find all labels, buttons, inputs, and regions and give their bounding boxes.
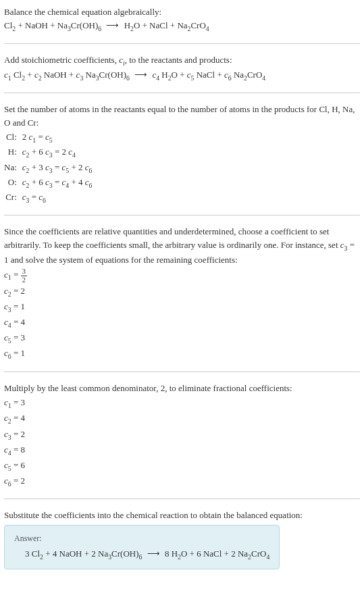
underdetermined-section: Since the coefficients are relative quan… xyxy=(4,225,360,361)
intro-section: Balance the chemical equation algebraica… xyxy=(4,5,360,34)
divider xyxy=(4,43,360,44)
coef-item: c1 = 3 xyxy=(4,396,360,411)
coef-item: c5 = 6 xyxy=(4,459,360,473)
equation-with-coefs: c1 Cl2 + c2 NaOH + c3 Na3Cr(OH)6 ⟶ c4 H2… xyxy=(4,68,360,83)
atom-equation: c2 + 6 c3 = c4 + 4 c6 xyxy=(22,176,97,190)
element-label: Cl: xyxy=(4,130,22,145)
coef-item: c3 = 2 xyxy=(4,428,360,442)
answer-box: Answer: 3 Cl2 + 4 NaOH + 2 Na3Cr(OH)6 ⟶ … xyxy=(4,525,280,569)
divider xyxy=(4,372,360,372)
coef-item: c3 = 1 xyxy=(4,300,360,315)
atoms-table: Cl: 2 c1 = c5 H: c2 + 6 c3 = 2 c4 Na: c2… xyxy=(4,130,96,205)
table-row: H: c2 + 6 c3 = 2 c4 xyxy=(4,145,96,160)
balanced-equation: 3 Cl2 + 4 NaOH + 2 Na3Cr(OH)6 ⟶ 8 H2O + … xyxy=(14,547,269,562)
coef-item: c6 = 2 xyxy=(4,474,360,489)
atom-equation: c2 + 3 c3 = c5 + 2 c6 xyxy=(22,161,97,176)
coef-item: c5 = 3 xyxy=(4,331,360,346)
divider xyxy=(4,215,360,215)
answer-label: Answer: xyxy=(14,532,269,544)
element-label: Na: xyxy=(4,161,22,176)
solution1-list: c1 = 32 c2 = 2 c3 = 1 c4 = 4 c5 = 3 c6 =… xyxy=(4,267,360,361)
element-label: Cr: xyxy=(4,190,22,205)
underdetermined-text: Since the coefficients are relative quan… xyxy=(4,225,360,266)
atoms-intro: Set the number of atoms in the reactants… xyxy=(4,103,360,129)
lcd-text: Multiply by the least common denominator… xyxy=(4,382,360,395)
intro-text: Balance the chemical equation algebraica… xyxy=(4,5,360,19)
substitute-section: Substitute the coefficients into the che… xyxy=(4,509,360,569)
divider xyxy=(4,498,360,499)
substitute-text: Substitute the coefficients into the che… xyxy=(4,509,360,522)
coef-item: c2 = 2 xyxy=(4,284,360,299)
atom-equation: c3 = c6 xyxy=(22,190,97,205)
stoich-intro: Add stoichiometric coefficients, ci, to … xyxy=(4,53,360,68)
coef-item: c6 = 1 xyxy=(4,347,360,361)
coef-item: c4 = 4 xyxy=(4,315,360,330)
atom-equation: 2 c1 = c5 xyxy=(22,130,97,145)
unbalanced-equation: Cl2 + NaOH + Na3Cr(OH)6 ⟶ H2O + NaCl + N… xyxy=(4,19,360,34)
table-row: Na: c2 + 3 c3 = c5 + 2 c6 xyxy=(4,161,96,176)
coef-item: c1 = 32 xyxy=(4,267,360,283)
table-row: O: c2 + 6 c3 = c4 + 4 c6 xyxy=(4,176,96,190)
divider xyxy=(4,93,360,93)
stoich-section: Add stoichiometric coefficients, ci, to … xyxy=(4,53,360,83)
table-row: Cl: 2 c1 = c5 xyxy=(4,130,96,145)
atom-equation: c2 + 6 c3 = 2 c4 xyxy=(22,145,97,160)
table-row: Cr: c3 = c6 xyxy=(4,190,96,205)
coef-item: c4 = 8 xyxy=(4,443,360,458)
atoms-section: Set the number of atoms in the reactants… xyxy=(4,103,360,205)
solution2-list: c1 = 3 c2 = 4 c3 = 2 c4 = 8 c5 = 6 c6 = … xyxy=(4,396,360,489)
element-label: O: xyxy=(4,176,22,190)
element-label: H: xyxy=(4,145,22,160)
coef-item: c2 = 4 xyxy=(4,411,360,426)
lcd-section: Multiply by the least common denominator… xyxy=(4,382,360,490)
